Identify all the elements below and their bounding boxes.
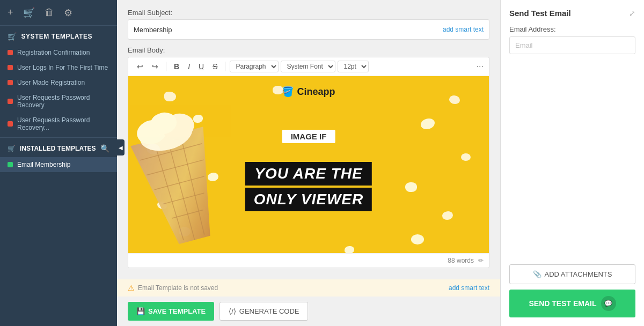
- status-dot-red: [8, 65, 13, 70]
- panel-title: Send Test Email: [509, 9, 571, 18]
- status-dot-red: [8, 99, 13, 104]
- more-options-btn[interactable]: ···: [477, 62, 484, 71]
- email-address-label: Email Address:: [509, 25, 635, 33]
- save-icon: 💾: [136, 307, 145, 315]
- cineapp-logo: 🪣 Cineapp: [282, 86, 335, 98]
- right-panel: Send Test Email ⤢ Email Address: 📎 ADD A…: [500, 0, 644, 326]
- size-select[interactable]: 12pt: [338, 61, 369, 72]
- panel-spacer: [509, 63, 635, 264]
- panel-title-row: Send Test Email ⤢: [509, 9, 635, 18]
- big-text-line1: YOU ARE THE: [245, 162, 372, 186]
- toolbar-sep-1: [166, 62, 166, 71]
- generate-label: GENERATE CODE: [239, 307, 299, 315]
- expand-icon[interactable]: ⤢: [629, 9, 635, 18]
- editor-footer: 88 words ✏: [128, 253, 489, 268]
- installed-header-left: 🛒 INSTALLED TEMPLATES: [8, 145, 96, 152]
- edit-icon[interactable]: ✏: [478, 257, 484, 264]
- editor-toolbar: ↩ ↪ B I U S Paragraph System Font 12p: [128, 57, 489, 76]
- paragraph-select[interactable]: Paragraph: [230, 61, 279, 72]
- add-icon[interactable]: +: [8, 7, 13, 18]
- system-templates-label: SYSTEM TEMPLATES: [21, 33, 92, 40]
- sidebar-item-label: Email Membership: [17, 161, 70, 168]
- status-dot-red: [8, 121, 13, 127]
- bold-btn[interactable]: B: [171, 61, 182, 72]
- warning-icon: ⚠: [128, 284, 135, 292]
- editor-body[interactable]: 🪣 Cineapp IMAGE IF YOU ARE THE ONLY VIEW…: [128, 76, 489, 253]
- sidebar-item-label: User Requests Password Recovery: [17, 94, 109, 109]
- add-smart-text-btn[interactable]: add smart text: [443, 26, 484, 33]
- main-content: Email Subject: add smart text Email Body…: [117, 0, 500, 326]
- sidebar: + 🛒 🗑 ⚙ 🛒 SYSTEM TEMPLATES Registration …: [0, 0, 117, 326]
- system-templates-header: 🛒 SYSTEM TEMPLATES: [0, 26, 117, 45]
- image-if-label: IMAGE IF: [282, 130, 335, 143]
- warning-text-label: Email Template is not saved: [138, 284, 218, 292]
- paperclip-icon: 📎: [533, 270, 541, 278]
- big-text-line2: ONLY VIEWER: [245, 188, 372, 211]
- status-dot-red: [8, 50, 13, 55]
- underline-btn[interactable]: U: [195, 61, 207, 72]
- sidebar-item-email-membership[interactable]: Email Membership: [0, 157, 117, 172]
- add-smart-text-btn-2[interactable]: add smart text: [449, 284, 489, 292]
- warning-message: ⚠ Email Template is not saved: [128, 284, 218, 292]
- word-count: 88 words: [448, 257, 474, 264]
- installed-cart-icon: 🛒: [8, 145, 16, 152]
- chat-bubble-icon: 💬: [601, 296, 616, 311]
- sidebar-item-logs-in[interactable]: User Logs In For The First Time: [0, 60, 117, 75]
- sidebar-item-registration[interactable]: Registration Confirmation: [0, 45, 117, 60]
- sidebar-item-label: User Made Registration: [17, 79, 85, 86]
- trash-icon[interactable]: 🗑: [45, 7, 54, 18]
- installed-templates-label: INSTALLED TEMPLATES: [20, 145, 96, 152]
- generate-code-button[interactable]: ⟨/⟩ GENERATE CODE: [219, 302, 308, 321]
- editor-container: ↩ ↪ B I U S Paragraph System Font 12p: [128, 57, 489, 268]
- sidebar-item-label: Registration Confirmation: [17, 49, 90, 56]
- email-address-input[interactable]: [509, 36, 635, 54]
- add-attachments-button[interactable]: 📎 ADD ATTACHMENTS: [509, 264, 635, 284]
- search-icon[interactable]: 🔍: [100, 144, 109, 153]
- undo-btn[interactable]: ↩: [134, 61, 147, 72]
- body-label: Email Body:: [128, 46, 489, 54]
- cineapp-name: Cineapp: [297, 86, 335, 98]
- warning-bar: ⚠ Email Template is not saved add smart …: [117, 279, 500, 297]
- send-test-email-button[interactable]: SEND TEST EMAIL 💬: [509, 290, 635, 317]
- italic-btn[interactable]: I: [185, 61, 193, 72]
- action-bar: 💾 SAVE TEMPLATE ⟨/⟩ GENERATE CODE: [117, 297, 500, 326]
- system-cart-icon: 🛒: [8, 32, 17, 41]
- subject-group: Email Subject: add smart text: [128, 9, 489, 40]
- redo-btn[interactable]: ↪: [149, 61, 162, 72]
- body-group: Email Body: ↩ ↪ B I U S Paragraph S: [128, 46, 489, 268]
- save-label: SAVE TEMPLATE: [148, 307, 206, 315]
- sidebar-item-password-recovery-2[interactable]: User Requests Password Recovery...: [0, 113, 117, 135]
- send-label: SEND TEST EMAIL: [529, 299, 596, 308]
- installed-templates-header: 🛒 INSTALLED TEMPLATES 🔍: [0, 137, 117, 157]
- email-form: Email Subject: add smart text Email Body…: [117, 0, 500, 279]
- attach-label: ADD ATTACHMENTS: [545, 270, 612, 278]
- sidebar-top-bar: + 🛒 🗑 ⚙: [0, 0, 117, 26]
- big-text-overlay: YOU ARE THE ONLY VIEWER: [245, 162, 372, 211]
- status-dot-green: [8, 162, 13, 167]
- chat-icon: 💬: [604, 300, 612, 307]
- bucket-icon: 🪣: [282, 86, 294, 98]
- subject-input[interactable]: [134, 26, 443, 34]
- cart-icon[interactable]: 🛒: [23, 7, 35, 19]
- sidebar-item-password-recovery-1[interactable]: User Requests Password Recovery: [0, 90, 117, 113]
- sidebar-item-user-registered[interactable]: User Made Registration: [0, 75, 117, 90]
- font-select[interactable]: System Font: [281, 61, 335, 72]
- strikethrough-btn[interactable]: S: [209, 61, 221, 72]
- email-preview-image: 🪣 Cineapp IMAGE IF YOU ARE THE ONLY VIEW…: [128, 76, 489, 253]
- code-icon: ⟨/⟩: [229, 307, 236, 315]
- sidebar-item-label: User Requests Password Recovery...: [17, 116, 109, 131]
- sidebar-item-label: User Logs In For The First Time: [17, 64, 108, 71]
- status-dot-red: [8, 80, 13, 85]
- subject-row: add smart text: [128, 19, 489, 40]
- popcorn-cone-svg: [128, 92, 230, 253]
- save-template-button[interactable]: 💾 SAVE TEMPLATE: [128, 302, 214, 321]
- gear-icon[interactable]: ⚙: [64, 7, 72, 19]
- subject-label: Email Subject:: [128, 9, 489, 17]
- toolbar-sep-2: [225, 62, 225, 71]
